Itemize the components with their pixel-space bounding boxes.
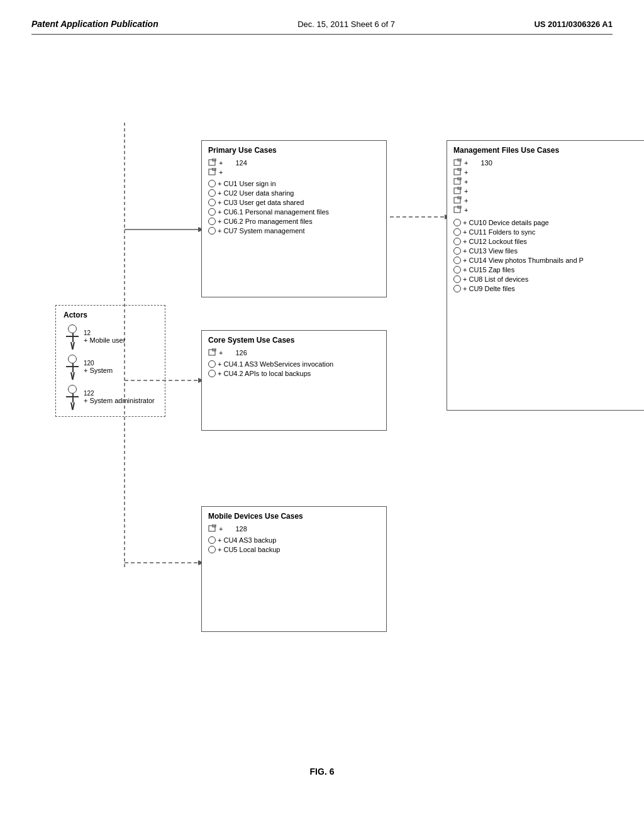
uc-item-cu61: + CU6.1 Personal management files <box>208 208 380 216</box>
mobile-title: Mobile Devices Use Cases <box>208 512 380 521</box>
primary-title: Primary Use Cases <box>208 146 380 155</box>
box-icon-mgmt-4 <box>453 187 462 195</box>
actor-12-label: + Mobile user <box>84 336 125 344</box>
mgmt-title: Management Files Use Cases <box>453 146 640 155</box>
page-header: Patent Application Publication Dec. 15, … <box>31 19 613 35</box>
uc-item-cu41: + CU4.1 AS3 WebServices invocation <box>208 360 380 368</box>
uc-item-cu2: + CU2 User data sharing <box>208 189 380 197</box>
actor-122-id: 122 <box>84 390 155 397</box>
actor-120-label: + System <box>84 367 113 374</box>
header-left: Patent Application Publication <box>31 19 158 29</box>
svg-rect-11 <box>209 169 215 175</box>
uc-item-cu12: + CU12 Lockout files <box>453 238 640 245</box>
svg-rect-21 <box>454 179 460 184</box>
mgmt-number: 130 <box>480 159 492 167</box>
page: Patent Application Publication Dec. 15, … <box>0 0 644 830</box>
svg-rect-23 <box>454 188 460 194</box>
svg-rect-13 <box>209 350 215 355</box>
actors-title: Actors <box>64 311 157 319</box>
actor-120-id: 120 <box>84 360 113 367</box>
svg-rect-17 <box>454 160 460 165</box>
box-icon-1 <box>208 158 217 167</box>
box-icon-mgmt-2 <box>453 168 462 176</box>
header-center: Dec. 15, 2011 Sheet 6 of 7 <box>297 19 395 29</box>
svg-rect-25 <box>454 197 460 203</box>
uc-item-cu15: + CU15 Zap files <box>453 266 640 274</box>
core-title: Core System Use Cases <box>208 336 380 345</box>
figure-caption: FIG. 6 <box>310 766 335 777</box>
actor-12-id: 12 <box>84 329 125 336</box>
uc-item-cu62: + CU6.2 Pro management files <box>208 218 380 225</box>
header-right: US 2011/0306326 A1 <box>534 19 613 29</box>
uc-item-cu42: + CU4.2 APIs to local backups <box>208 370 380 377</box>
actors-box: Actors 12 + Mobile user <box>55 305 165 417</box>
uc-item-cu10: + CU10 Device details page <box>453 219 640 226</box>
uc-item-cu3: + CU3 User get data shared <box>208 199 380 206</box>
primary-use-cases-box: Primary Use Cases + 124 + + CU <box>201 140 387 297</box>
box-icon-mobile <box>208 524 217 533</box>
box-icon-mgmt-5 <box>453 196 462 204</box>
uc-item-cu8: + CU8 List of devices <box>453 275 640 283</box>
uc-item-cu9: + CU9 Delte files <box>453 285 640 292</box>
uc-item-cu14: + CU14 View photos Thumbnails and P <box>453 257 640 264</box>
box-icon-mgmt-6 <box>453 206 462 214</box>
actor-122-label: + System administrator <box>84 397 155 404</box>
svg-rect-15 <box>209 526 215 531</box>
box-icon-core <box>208 348 217 357</box>
uc-item-cu4: + CU4 AS3 backup <box>208 536 380 544</box>
box-icon-2 <box>208 168 217 176</box>
box-icon-mgmt-1 <box>453 158 462 167</box>
svg-rect-19 <box>454 169 460 175</box>
core-use-cases-box: Core System Use Cases + 126 + CU4.1 AS3 … <box>201 330 387 431</box>
uc-item-cu11: + CU11 Folders to sync <box>453 228 640 236</box>
mobile-use-cases-box: Mobile Devices Use Cases + 128 + CU4 AS3… <box>201 506 387 632</box>
box-icon-mgmt-3 <box>453 177 462 185</box>
mobile-number: 128 <box>235 525 247 533</box>
uc-item-cu5: + CU5 Local backup <box>208 546 380 553</box>
core-number: 126 <box>235 349 247 357</box>
uc-item-cu7: + CU7 System management <box>208 227 380 235</box>
svg-rect-9 <box>209 160 215 165</box>
uc-item-cu1: + CU1 User sign in <box>208 180 380 187</box>
diagram: Actors 12 + Mobile user <box>31 47 613 789</box>
primary-number: 124 <box>235 159 247 167</box>
uc-item-cu13: + CU13 View files <box>453 247 640 255</box>
svg-rect-27 <box>454 207 460 213</box>
mgmt-use-cases-box: Management Files Use Cases + 130 + <box>447 140 644 411</box>
